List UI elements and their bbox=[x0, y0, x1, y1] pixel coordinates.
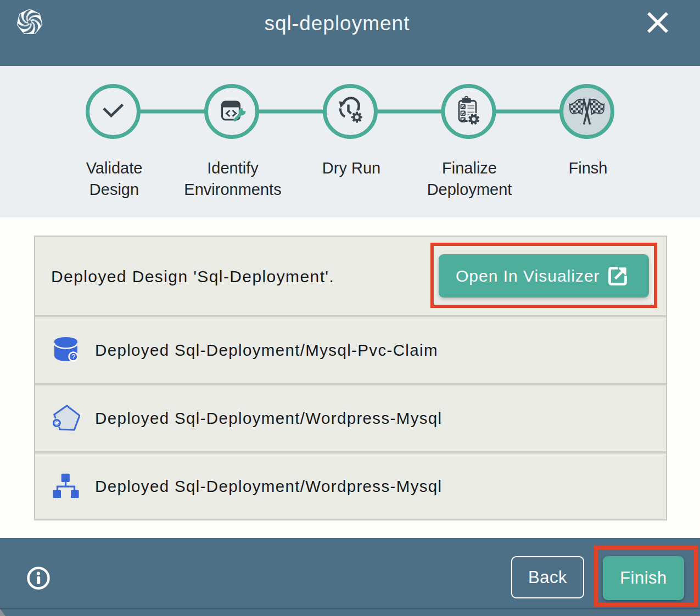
svg-text:?: ? bbox=[71, 353, 75, 361]
